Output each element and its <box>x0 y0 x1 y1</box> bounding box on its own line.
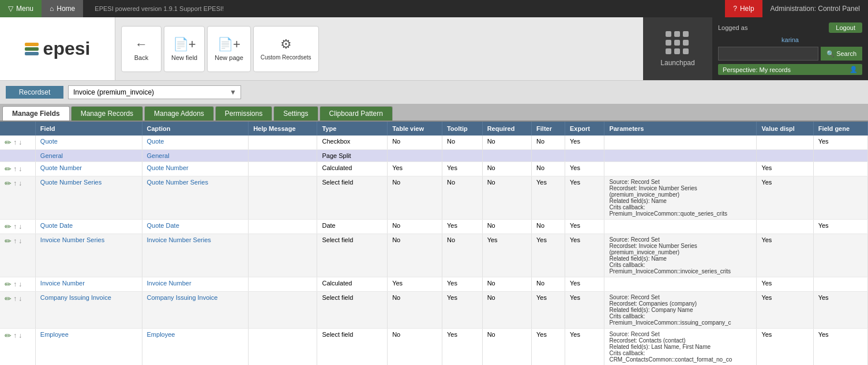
cell-help_message <box>249 162 317 176</box>
custom-recordsets-icon: ⚙ <box>280 37 292 52</box>
back-button[interactable]: ← Back <box>121 26 161 72</box>
col-actions <box>0 122 35 136</box>
cell-field[interactable]: Employee <box>35 329 142 366</box>
cell-field[interactable]: General <box>35 150 142 162</box>
new-field-button[interactable]: 📄+ New field <box>164 26 205 72</box>
cell-value_display: Yes <box>757 329 813 366</box>
tab-manage-addons[interactable]: Manage Addons <box>144 106 214 121</box>
col-export: Export <box>565 122 604 136</box>
move-up-icon[interactable]: ↑ <box>13 223 17 231</box>
row-actions: ✏↑↓ <box>0 220 35 234</box>
move-down-icon[interactable]: ↓ <box>18 332 22 340</box>
move-down-icon[interactable]: ↓ <box>18 280 22 288</box>
move-down-icon[interactable]: ↓ <box>18 165 22 173</box>
cell-type[interactable]: Checkbox <box>317 136 388 150</box>
cell-type[interactable]: Select field <box>317 176 388 220</box>
cell-caption[interactable]: Quote Number <box>142 162 249 176</box>
menu-button[interactable]: ▽ Menu <box>0 0 42 17</box>
cell-table_view: Yes <box>388 162 442 176</box>
edit-icon[interactable]: ✏ <box>5 331 12 340</box>
cell-field[interactable]: Company Issuing Invoice <box>35 292 142 329</box>
table-row: ✏↑↓QuoteQuoteCheckboxNoNoNoNoYesYes <box>0 136 868 150</box>
move-up-icon[interactable]: ↑ <box>13 179 17 187</box>
cell-caption[interactable]: Quote <box>142 136 249 150</box>
move-down-icon[interactable]: ↓ <box>18 295 22 303</box>
cell-caption[interactable]: Invoice Number Series <box>142 234 249 277</box>
cell-help_message <box>249 150 317 162</box>
edit-icon[interactable]: ✏ <box>5 222 12 231</box>
tab-manage-records[interactable]: Manage Records <box>71 106 143 121</box>
cell-filter: Yes <box>532 234 565 277</box>
move-up-icon[interactable]: ↑ <box>13 165 17 173</box>
launchpad-button[interactable]: Launchpad <box>643 17 712 80</box>
cell-caption[interactable]: Invoice Number <box>142 277 249 292</box>
cell-field[interactable]: Quote Date <box>35 220 142 234</box>
move-up-icon[interactable]: ↑ <box>13 280 17 288</box>
move-up-icon[interactable]: ↑ <box>13 237 17 245</box>
move-up-icon[interactable]: ↑ <box>13 332 17 340</box>
cell-type[interactable]: Select field <box>317 292 388 329</box>
tab-manage-fields[interactable]: Manage Fields <box>2 106 70 121</box>
edit-icon[interactable]: ✏ <box>5 236 12 246</box>
move-down-icon[interactable]: ↓ <box>18 223 22 231</box>
tab-settings[interactable]: Settings <box>273 106 318 121</box>
cell-parameters: Source: Record Set Recordset: Companies … <box>604 292 757 329</box>
cell-field[interactable]: Invoice Number <box>35 277 142 292</box>
cell-type[interactable]: Select field <box>317 329 388 366</box>
move-down-icon[interactable]: ↓ <box>18 138 22 146</box>
move-down-icon[interactable]: ↓ <box>18 237 22 245</box>
cell-type[interactable]: Select field <box>317 234 388 277</box>
cell-value_display: Yes <box>757 292 813 329</box>
cell-value_display: Yes <box>757 162 813 176</box>
edit-icon[interactable]: ✏ <box>5 138 12 147</box>
cell-caption[interactable]: Company Issuing Invoice <box>142 292 249 329</box>
table-row: ✏↑↓Quote DateQuote DateDateNoYesNoNoYesY… <box>0 220 868 234</box>
tab-permissions[interactable]: Permissions <box>215 106 272 121</box>
move-up-icon[interactable]: ↑ <box>13 138 17 146</box>
logout-button[interactable]: Logout <box>829 22 862 33</box>
col-type: Type <box>317 122 388 136</box>
cell-field[interactable]: Invoice Number Series <box>35 234 142 277</box>
col-value_display: Value displ <box>757 122 813 136</box>
help-button[interactable]: ? Help <box>725 0 762 17</box>
person-icon: 👤 <box>850 66 858 73</box>
cell-field[interactable]: Quote <box>35 136 142 150</box>
home-button[interactable]: ⌂ Home <box>42 0 83 17</box>
perspective-row[interactable]: Perspective: My records 👤 <box>718 64 862 75</box>
user-link[interactable]: karina <box>718 36 862 43</box>
cell-table_view: No <box>388 329 442 366</box>
launchpad-grid <box>666 31 690 55</box>
cell-tooltip: Yes <box>442 277 482 292</box>
edit-icon[interactable]: ✏ <box>5 294 12 303</box>
cell-field[interactable]: Quote Number <box>35 162 142 176</box>
edit-icon[interactable]: ✏ <box>5 179 12 188</box>
table-row: ✏↑↓Invoice NumberInvoice NumberCalculate… <box>0 277 868 292</box>
cell-type[interactable]: Page Split <box>317 150 388 162</box>
cell-filter: No <box>532 220 565 234</box>
new-page-button[interactable]: 📄+ New page <box>207 26 251 72</box>
cell-filter: Yes <box>532 329 565 366</box>
tab-clipboard-pattern[interactable]: Clipboard Pattern <box>320 106 393 121</box>
col-field: Field <box>35 122 142 136</box>
cell-type[interactable]: Date <box>317 220 388 234</box>
cell-parameters <box>604 162 757 176</box>
cell-export: Yes <box>565 292 604 329</box>
cell-export: Yes <box>565 220 604 234</box>
cell-caption[interactable]: Quote Number Series <box>142 176 249 220</box>
edit-icon[interactable]: ✏ <box>5 164 12 174</box>
cell-type[interactable]: Calculated <box>317 162 388 176</box>
admin-search-input[interactable] <box>718 47 818 61</box>
custom-recordsets-button[interactable]: ⚙ Custom Recordsets <box>253 26 319 72</box>
cell-caption[interactable]: Employee <box>142 329 249 366</box>
cell-type[interactable]: Calculated <box>317 277 388 292</box>
edit-icon[interactable]: ✏ <box>5 280 12 289</box>
cell-caption[interactable]: General <box>142 150 249 162</box>
move-up-icon[interactable]: ↑ <box>13 295 17 303</box>
cell-caption[interactable]: Quote Date <box>142 220 249 234</box>
recordset-select[interactable]: Invoice (premium_invoice) <box>68 85 241 99</box>
cell-field[interactable]: Quote Number Series <box>35 176 142 220</box>
cell-value_display <box>757 150 813 162</box>
move-down-icon[interactable]: ↓ <box>18 179 22 187</box>
admin-search-button[interactable]: 🔍 Search <box>821 47 862 61</box>
col-field_gene: Field gene <box>813 122 867 136</box>
